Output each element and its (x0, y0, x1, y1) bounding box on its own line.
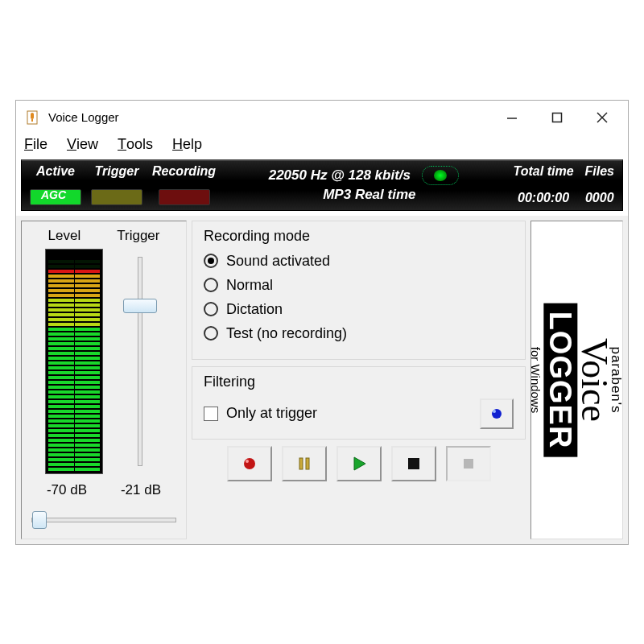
radio-icon (204, 302, 218, 316)
svg-rect-2 (31, 119, 33, 122)
only-at-trigger-label: Only at trigger (226, 405, 317, 422)
transport-bar (192, 446, 526, 481)
svg-rect-11 (299, 458, 303, 469)
filtering-group: Filtering Only at trigger (192, 366, 526, 440)
menu-view[interactable]: View (67, 136, 98, 153)
svg-rect-4 (553, 113, 562, 122)
svg-point-9 (244, 458, 255, 469)
pause-button[interactable] (282, 446, 327, 481)
status-files-label: Files (585, 164, 614, 179)
status-format-line1: 22050 Hz @ 128 kbit/s (269, 167, 411, 184)
recording-mode-option-label: Dictation (226, 301, 283, 318)
status-files-value: 0000 (585, 191, 614, 205)
status-trigger-lamp (91, 189, 142, 205)
stop-button[interactable] (391, 446, 436, 481)
brand-panel: paraben's Voice LOGGER for Windows (530, 221, 623, 539)
menu-file[interactable]: File (24, 136, 47, 153)
recording-mode-option[interactable]: Dictation (204, 301, 514, 318)
levels-panel: Level Trigger -70 dB -21 dB (21, 221, 187, 539)
recording-mode-option[interactable]: Normal (204, 277, 514, 294)
trigger-db-value: -21 dB (121, 482, 161, 498)
recording-mode-option[interactable]: Test (no recording) (204, 325, 514, 342)
recording-mode-title: Recording mode (204, 228, 514, 245)
agc-label: AGC (41, 188, 66, 201)
svg-marker-13 (354, 457, 365, 470)
radio-icon (204, 254, 218, 268)
trigger-header: Trigger (117, 228, 159, 244)
status-active-label: Active (36, 164, 75, 179)
svg-point-10 (246, 460, 249, 463)
titlebar[interactable]: Voice Logger (16, 101, 628, 134)
svg-rect-15 (464, 459, 473, 469)
status-totaltime-label: Total time (514, 164, 574, 179)
play-button[interactable] (336, 446, 382, 481)
svg-rect-1 (31, 113, 34, 119)
status-recording-label: Recording (152, 164, 216, 179)
recording-mode-option-label: Test (no recording) (226, 325, 347, 342)
level-meter (45, 249, 103, 474)
status-indicator-icon (422, 166, 459, 185)
menubar: File View Tools Help (16, 134, 628, 158)
recording-mode-option[interactable]: Sound activated (204, 253, 514, 270)
recording-mode-group: Recording mode Sound activatedNormalDict… (192, 221, 526, 360)
menu-help[interactable]: Help (172, 136, 202, 153)
brand-voice: Voice (576, 338, 613, 422)
maximize-button[interactable] (535, 102, 580, 133)
svg-point-8 (493, 410, 496, 413)
menu-tools[interactable]: Tools (118, 136, 153, 153)
brand-logger: LOGGER (544, 303, 578, 456)
brand-for-windows: for Windows (530, 346, 543, 413)
record-button[interactable] (227, 446, 272, 481)
filtering-title: Filtering (204, 374, 514, 390)
recording-mode-option-label: Normal (226, 277, 273, 294)
status-strip: Active AGC Trigger Recording 22050 Hz @ … (21, 159, 623, 211)
status-trigger-label: Trigger (95, 164, 139, 179)
radio-icon (204, 278, 218, 292)
level-header: Level (48, 228, 81, 244)
close-button[interactable] (580, 102, 625, 133)
only-at-trigger-checkbox[interactable]: Only at trigger (204, 405, 317, 422)
app-window: Voice Logger File View Tools Help Active… (15, 100, 629, 545)
svg-rect-14 (408, 458, 419, 469)
radio-icon (204, 326, 218, 341)
status-totaltime-value: 00:00:00 (518, 191, 569, 205)
minimize-button[interactable] (489, 102, 535, 133)
filter-settings-button[interactable] (480, 398, 514, 429)
window-title: Voice Logger (48, 110, 119, 124)
status-recording-lamp (159, 189, 210, 205)
bottom-slider[interactable] (30, 510, 178, 530)
app-icon (24, 109, 40, 126)
status-format-line2: MP3 Real time (323, 187, 415, 203)
trigger-slider[interactable] (118, 249, 163, 474)
recording-mode-option-label: Sound activated (226, 253, 330, 270)
eject-button[interactable] (446, 446, 491, 481)
level-db-value: -70 dB (47, 482, 87, 498)
svg-rect-12 (306, 458, 309, 469)
